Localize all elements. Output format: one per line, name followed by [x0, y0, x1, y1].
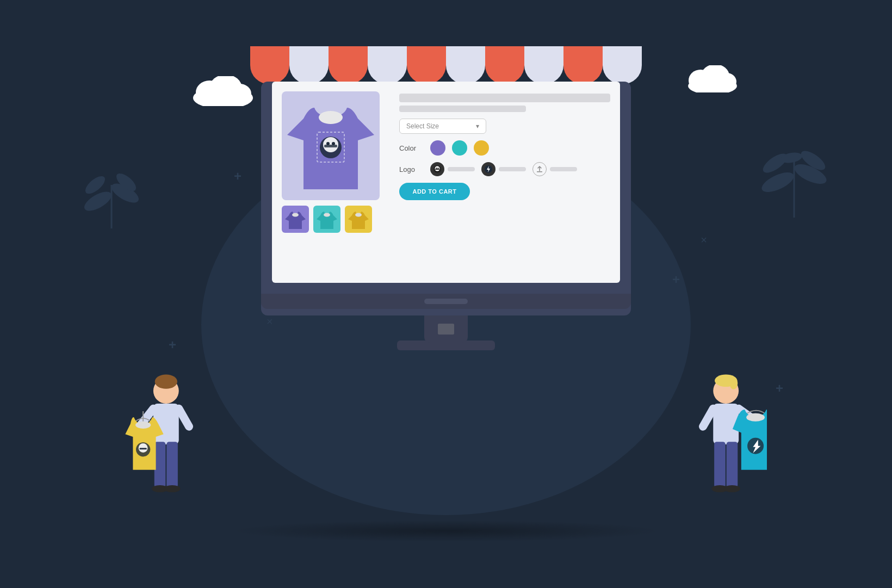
logo-option-lightning[interactable]: [481, 162, 526, 176]
person-left: [125, 370, 212, 534]
plus-decoration: +: [234, 169, 241, 184]
thumbnail-purple[interactable]: [282, 206, 309, 233]
svg-point-24: [326, 142, 330, 145]
product-details: Select Size ▾ Color Logo: [399, 91, 610, 273]
svg-point-25: [332, 142, 335, 145]
svg-rect-40: [438, 329, 454, 335]
awning-stripe-red: [563, 46, 603, 84]
svg-point-26: [292, 213, 299, 216]
awning-stripe-white: [289, 46, 329, 84]
size-selector-label: Select Size: [406, 122, 439, 130]
screen-content: Select Size ▾ Color Logo: [272, 82, 620, 283]
svg-point-19: [319, 111, 343, 124]
svg-point-32: [436, 168, 437, 169]
monitor-pill: [424, 299, 468, 304]
svg-line-45: [179, 408, 189, 426]
monitor-stand: [261, 315, 631, 350]
logo-bar-3: [550, 167, 577, 171]
lightning-logo-icon: [481, 162, 495, 176]
product-image-section: [282, 91, 391, 273]
svg-point-49: [164, 485, 181, 492]
awning-stripe-red: [407, 46, 446, 84]
monitor-container: Select Size ▾ Color Logo: [261, 71, 631, 350]
store-awning: [250, 41, 642, 84]
svg-rect-62: [727, 442, 738, 487]
svg-point-16: [761, 150, 790, 176]
color-label: Color: [399, 144, 424, 152]
product-main-image: [282, 91, 380, 200]
svg-point-7: [717, 73, 736, 90]
svg-point-27: [324, 213, 330, 216]
svg-rect-31: [435, 169, 439, 170]
svg-line-59: [703, 408, 714, 426]
logo-selector-row: Logo: [399, 162, 610, 176]
awning-stripe-red: [329, 46, 368, 84]
awning-stripe-white: [524, 46, 563, 84]
plant-left: [82, 152, 141, 231]
color-option-teal[interactable]: [452, 140, 467, 156]
monitor-bottom-bar: [261, 294, 631, 309]
cloud-left: [190, 76, 256, 108]
plant-right: [761, 120, 827, 220]
svg-point-28: [355, 213, 362, 216]
logo-option-ninja[interactable]: [430, 162, 475, 176]
logo-label: Logo: [399, 165, 424, 174]
floor-shadow: [228, 520, 664, 542]
color-option-yellow[interactable]: [474, 140, 489, 156]
stand-neck: [424, 315, 468, 343]
logo-bar-2: [499, 167, 526, 171]
svg-rect-54: [140, 448, 147, 450]
logo-bar-1: [448, 167, 475, 171]
svg-rect-36: [537, 171, 542, 172]
svg-point-66: [746, 413, 765, 422]
awning-stripe-white: [368, 46, 407, 84]
cloud-right: [685, 65, 740, 95]
thumbnail-teal[interactable]: [313, 206, 340, 233]
product-subtitle-bar: [399, 106, 526, 112]
size-selector[interactable]: Select Size ▾: [399, 119, 486, 134]
upload-logo-icon: [532, 162, 547, 176]
plus-decoration: +: [776, 381, 783, 396]
color-option-purple[interactable]: [430, 140, 445, 156]
svg-point-33: [438, 168, 439, 169]
x-decoration: ×: [701, 234, 707, 246]
awning-stripe-red: [250, 46, 289, 84]
plus-decoration: +: [672, 272, 680, 287]
product-tshirt-svg: [287, 97, 374, 195]
thumbnail-yellow[interactable]: [345, 206, 372, 233]
plus-decoration: +: [169, 337, 176, 352]
svg-rect-39: [438, 324, 454, 329]
svg-point-3: [227, 84, 251, 103]
svg-point-51: [135, 422, 151, 429]
svg-point-57: [729, 377, 738, 389]
awning-stripe-white: [603, 46, 642, 84]
add-to-cart-button[interactable]: ADD TO CART: [399, 183, 470, 200]
svg-point-42: [155, 375, 177, 389]
svg-rect-61: [714, 442, 726, 487]
monitor-screen: Select Size ▾ Color Logo: [261, 82, 631, 315]
product-thumbnails: [282, 206, 391, 233]
chevron-down-icon: ▾: [476, 122, 479, 130]
color-selector-row: Color: [399, 140, 610, 156]
logo-option-upload[interactable]: [532, 162, 577, 176]
product-title-bar: [399, 94, 610, 102]
svg-point-64: [724, 485, 740, 492]
ninja-logo-icon: [430, 162, 444, 176]
awning-stripe-red: [485, 46, 524, 84]
svg-rect-23: [324, 145, 337, 147]
svg-rect-46: [154, 442, 166, 487]
svg-rect-47: [166, 442, 178, 487]
person-right: [680, 370, 767, 534]
awning-stripe-white: [446, 46, 485, 84]
